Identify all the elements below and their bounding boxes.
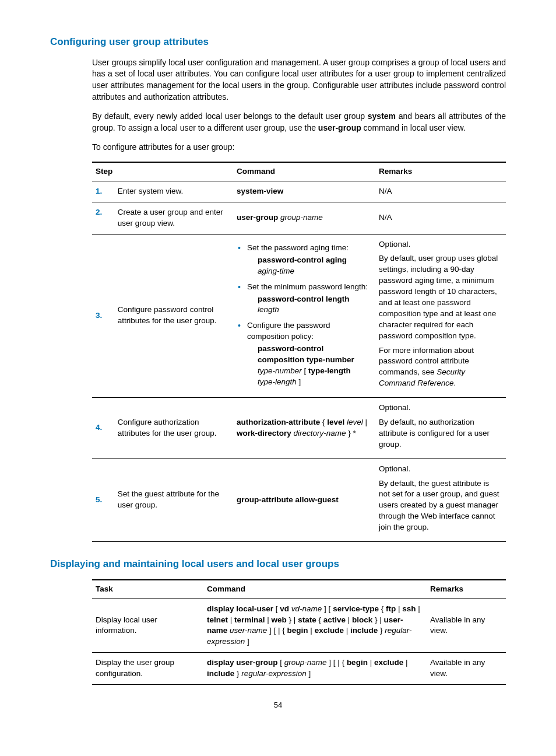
cmd: vd [280,604,289,613]
cmd: system-view [237,187,283,195]
cmd-cell: authorization-attribute { level level | … [233,398,375,459]
cmd: display local-user [207,604,273,613]
step-num: 2. [92,202,114,234]
cmd-arg: length [258,305,279,314]
text: . [453,379,456,387]
text: Optional. [379,239,500,250]
cmd-arg: type-number [258,366,302,375]
table-row: 3. Configure password control attributes… [92,234,506,398]
col-task: Task [92,580,203,598]
text: By default, user group uses global setti… [379,253,500,341]
text: Set the minimum password length: [247,282,368,291]
section-heading-configuring: Configuring user group attributes [50,35,506,49]
cmd: display user-group [207,658,278,667]
cmd-arg: user-name [227,626,267,635]
remark: Available in any view. [427,598,506,653]
cmd-list: Set the password aging time: password-co… [237,243,370,388]
step-num: 3. [92,234,114,398]
text: Configure the password composition polic… [247,321,330,341]
table-row: 2. Create a user group and enter user gr… [92,202,506,234]
remark: Optional. By default, the guest attribut… [379,464,500,533]
table-row: Display the user group configuration. di… [92,653,506,685]
cmd: state [298,615,316,624]
cmd: active [323,615,346,624]
cmd: work-directory [237,429,291,438]
text-bold: user-group [318,123,361,132]
page-number: 54 [50,700,506,710]
cmd: block [352,615,372,624]
section-heading-displaying: Displaying and maintaining local users a… [50,557,506,571]
step-num: 5. [92,459,114,541]
steps-table: Step Command Remarks 1. Enter system vie… [92,162,506,542]
cmd-cell: display local-user [ vd vd-name ] [ serv… [203,598,427,653]
col-step: Step [92,162,233,181]
cmd: terminal [234,615,265,624]
text: Optional. [379,464,500,475]
col-command: Command [233,162,375,181]
step-desc: Enter system view. [114,181,233,202]
step-desc: Configure password control attributes fo… [114,234,233,398]
remark: Available in any view. [427,653,506,685]
cmd: service-type [333,604,379,613]
cmd: password-control aging [258,256,347,264]
paragraph: User groups simplify local user configur… [92,57,506,103]
cmd: user-group [237,213,278,222]
cmd: begin [347,658,368,667]
remark: Optional. By default, user group uses gl… [379,239,500,390]
cmd-arg: group-name [282,658,327,667]
cmd-cell: display user-group [ group-name ] [ | { … [203,653,427,685]
step-desc: Create a user group and enter user group… [114,202,233,234]
step-num: 4. [92,398,114,459]
tasks-table: Task Command Remarks Display local user … [92,579,506,685]
cmd: include [207,669,234,678]
cmd-arg: directory-name [291,429,346,438]
cmd: exclude [374,658,403,667]
step-desc: Configure authorization attributes for t… [114,398,233,459]
cmd: telnet [207,615,228,624]
text: By default, the guest attribute is not s… [379,478,500,533]
remark: Optional. By default, no authorization a… [379,402,500,450]
step-desc: Set the guest attribute for the user gro… [114,459,233,541]
cmd: ssh [402,604,416,613]
cmd: exclude [315,626,344,635]
cmd-arg: level [344,418,363,426]
text: command in local user view. [361,123,466,132]
remark: N/A [375,202,506,234]
paragraph: By default, every newly added local user… [92,111,506,134]
cmd: include [350,626,378,635]
cmd-arg: vd-name [289,604,322,613]
cmd: ftp [386,604,396,613]
cmd: begin [287,626,308,635]
list-item: Set the minimum password length: passwor… [237,282,370,316]
cmd-arg: group-name [278,213,323,222]
table-row: 5. Set the guest attribute for the user … [92,459,506,541]
text-bold: system [368,111,396,121]
cmd: web [272,615,287,624]
text: By default, every newly added local user… [92,111,368,121]
text: Optional. [379,402,500,414]
remark: N/A [375,181,506,202]
text: By default, no authorization attribute i… [379,417,500,450]
step-num: 1. [92,181,114,202]
table-row: Display local user information. display … [92,598,506,653]
cmd: password-control length [258,295,350,303]
task-desc: Display local user information. [92,598,203,653]
cmd-arg: type-length [258,377,297,386]
table-row: 4. Configure authorization attributes fo… [92,398,506,459]
text: Set the password aging time: [247,243,349,252]
list-item: Set the password aging time: password-co… [237,243,370,277]
cmd-arg: aging-time [258,267,294,275]
col-remarks: Remarks [375,162,506,181]
cmd: password-control composition type-number [258,344,354,364]
table-row: 1. Enter system view. system-view N/A [92,181,506,202]
cmd: authorization-attribute [237,418,320,426]
cmd-arg: regular-expression [241,669,307,678]
list-item: Configure the password composition polic… [237,320,370,387]
col-remarks: Remarks [427,580,506,598]
col-command: Command [203,580,427,598]
cmd: type-length [308,366,351,375]
paragraph: To configure attributes for a user group… [92,142,506,153]
task-desc: Display the user group configuration. [92,653,203,685]
cmd: level [327,418,344,426]
cmd: group-attribute allow-guest [237,495,339,504]
